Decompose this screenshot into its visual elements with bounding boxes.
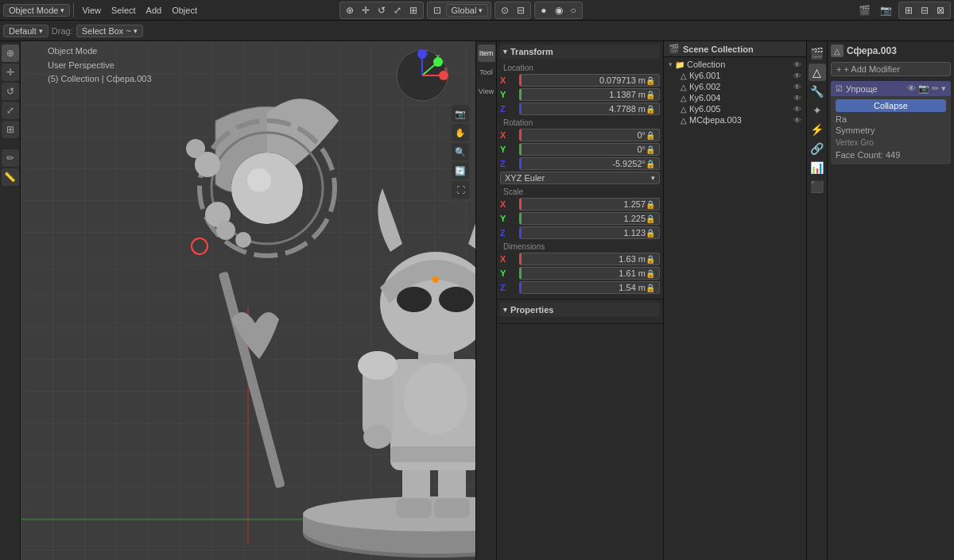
tool-rotate[interactable]: ↺ <box>2 83 19 100</box>
rotate-view-icon[interactable]: 🔄 <box>452 162 469 180</box>
transform-section: Transform Location X 0.079713 m 🔒 Y 1.13… <box>497 41 663 299</box>
eye-4[interactable]: 👁 <box>793 116 801 125</box>
rot-y-value[interactable]: 0° 🔒 <box>519 143 660 156</box>
view-tab[interactable]: View <box>478 83 495 100</box>
move-tool[interactable]: ✛ <box>359 3 373 17</box>
dim-y-value[interactable]: 1.61 m 🔒 <box>519 267 660 280</box>
scene-icon[interactable]: 🎬 <box>855 3 874 17</box>
loc-x-label: X <box>500 75 516 85</box>
tool-measure[interactable]: 📏 <box>2 168 19 186</box>
tool-move[interactable]: ✛ <box>2 64 19 81</box>
eye-1[interactable]: 👁 <box>793 83 801 91</box>
hand-icon[interactable]: ✋ <box>452 124 469 141</box>
object-data-icon[interactable]: △ <box>809 64 826 81</box>
collection-eye[interactable]: 👁 <box>793 60 801 69</box>
collapse-button[interactable]: Collapse <box>836 99 946 112</box>
modifier-expand-icon[interactable]: ▾ <box>941 83 946 94</box>
dim-z-value[interactable]: 1.54 m 🔒 <box>519 281 660 294</box>
render-icon[interactable]: 📷 <box>877 3 895 17</box>
fullscreen-icon[interactable]: ⛶ <box>452 181 469 199</box>
mesh-icon-3: △ <box>681 105 687 114</box>
physics-icon[interactable]: ⚡ <box>809 121 826 138</box>
transform-header[interactable]: Transform <box>500 44 660 59</box>
rotation-mode-dropdown[interactable]: XYZ Euler <box>500 172 660 184</box>
menu-select[interactable]: Select <box>107 4 141 17</box>
dim-x-value[interactable]: 1.63 m 🔒 <box>519 253 660 265</box>
item-tab[interactable]: Item <box>478 44 495 62</box>
eye-2[interactable]: 👁 <box>793 94 801 102</box>
tree-item-1[interactable]: △ Ку6.002 👁 <box>665 81 805 92</box>
object-data-icon2[interactable]: 📊 <box>809 159 826 176</box>
rot-mode-row: XYZ Euler <box>500 172 660 184</box>
loc-x-value[interactable]: 0.079713 m 🔒 <box>519 74 660 87</box>
properties-header[interactable]: Properties <box>500 303 660 317</box>
modifier-item-header[interactable]: ☑ Упроще 👁 📷 ✏ ▾ <box>831 81 951 96</box>
tool-tab[interactable]: Tool <box>478 64 495 81</box>
snap-toggle[interactable]: ⊡ <box>430 3 444 17</box>
solid-shade[interactable]: ● <box>537 3 549 17</box>
dim-x-row: X 1.63 m 🔒 <box>500 253 660 265</box>
left-sidebar: ⊕ ✛ ↺ ⤢ ⊞ ✏ 📏 <box>0 41 21 560</box>
scale-x-value[interactable]: 1.257 🔒 <box>519 198 660 210</box>
particles-icon[interactable]: ✦ <box>809 102 826 119</box>
default-dropdown[interactable]: Default <box>3 25 48 37</box>
svg-point-27 <box>247 168 271 192</box>
scale-y-value[interactable]: 1.225 🔒 <box>519 212 660 225</box>
object-type-icon: △ <box>831 44 843 57</box>
constraints-icon[interactable]: 🔗 <box>809 140 826 157</box>
loc-z-value[interactable]: 4.7788 m 🔒 <box>519 102 660 115</box>
select-box-dropdown[interactable]: Select Box ~ <box>76 25 143 37</box>
loc-y-value[interactable]: 1.1387 m 🔒 <box>519 88 660 101</box>
eye-3[interactable]: 👁 <box>793 105 801 114</box>
rot-y-row: Y 0° 🔒 <box>500 143 660 156</box>
materials-icon[interactable]: ⬛ <box>809 178 826 195</box>
modifier-icon[interactable]: 🔧 <box>809 83 826 100</box>
add-modifier-button[interactable]: + + Add Modifier <box>831 62 951 76</box>
eye-0[interactable]: 👁 <box>793 71 801 80</box>
camera-view-icon[interactable]: 📷 <box>452 105 469 122</box>
scene-props-icon[interactable]: 🎬 <box>809 44 826 62</box>
rot-x-value[interactable]: 0° 🔒 <box>519 129 660 141</box>
svg-rect-22 <box>219 271 285 489</box>
modifier-render-icon[interactable]: 📷 <box>918 83 929 94</box>
header-icon-3[interactable]: ⊠ <box>933 3 948 17</box>
scale-tool[interactable]: ⤢ <box>390 3 405 17</box>
viewport-shade: ● ◉ ○ <box>534 2 583 19</box>
tool-annotate[interactable]: ✏ <box>2 149 19 167</box>
modifier-edit-icon[interactable]: ✏ <box>932 83 939 94</box>
tool-transform[interactable]: ⊞ <box>2 121 19 138</box>
main-layout: ⊕ ✛ ↺ ⤢ ⊞ ✏ 📏 Object Mode User Perspecti… <box>0 41 954 560</box>
tree-item-4[interactable]: △ МСфера.003 👁 <box>665 114 805 126</box>
symmetry-row: Symmetry <box>836 126 946 135</box>
viewport-3d[interactable]: Object Mode User Perspective (5) Collect… <box>21 41 475 560</box>
menu-view[interactable]: View <box>77 4 106 17</box>
overlay-btn[interactable]: ⊙ <box>498 3 512 17</box>
tool-cursor[interactable]: ⊕ <box>2 44 19 62</box>
svg-point-12 <box>358 351 398 380</box>
xray-btn[interactable]: ⊟ <box>514 3 528 17</box>
cursor-tool[interactable]: ⊕ <box>343 3 357 17</box>
header-icon-2[interactable]: ⊟ <box>917 3 932 17</box>
svg-point-21 <box>432 276 439 283</box>
tree-item-2[interactable]: △ Ку6.004 👁 <box>665 92 805 103</box>
collection-root[interactable]: ▾ 📁 Collection 👁 <box>665 59 805 70</box>
transform-tool[interactable]: ⊞ <box>406 3 421 17</box>
menu-add[interactable]: Add <box>142 4 167 17</box>
navigation-gizmo[interactable]: Y X Z <box>394 48 450 105</box>
scale-z-value[interactable]: 1.123 🔒 <box>519 226 660 239</box>
rotate-tool[interactable]: ↺ <box>374 3 389 17</box>
transform-tools: ⊕ ✛ ↺ ⤢ ⊞ <box>339 2 424 19</box>
modifier-eye-icon[interactable]: 👁 <box>907 83 916 94</box>
menu-object[interactable]: Object <box>167 4 202 17</box>
object-mode-dropdown[interactable]: Object Mode <box>3 4 70 17</box>
global-dropdown[interactable]: Global <box>446 4 489 17</box>
material-shade[interactable]: ◉ <box>552 3 566 17</box>
header-icon-1[interactable]: ⊞ <box>902 3 916 17</box>
tree-item-0[interactable]: △ Ку6.001 👁 <box>665 70 805 81</box>
tree-item-3[interactable]: △ Ку6.005 👁 <box>665 103 805 114</box>
tool-scale[interactable]: ⤢ <box>2 102 19 119</box>
render-shade[interactable]: ○ <box>568 3 580 17</box>
zoom-icon[interactable]: 🔍 <box>452 143 469 160</box>
rot-z-value[interactable]: -5.9252° 🔒 <box>519 157 660 170</box>
loc-y-label: Y <box>500 90 516 99</box>
